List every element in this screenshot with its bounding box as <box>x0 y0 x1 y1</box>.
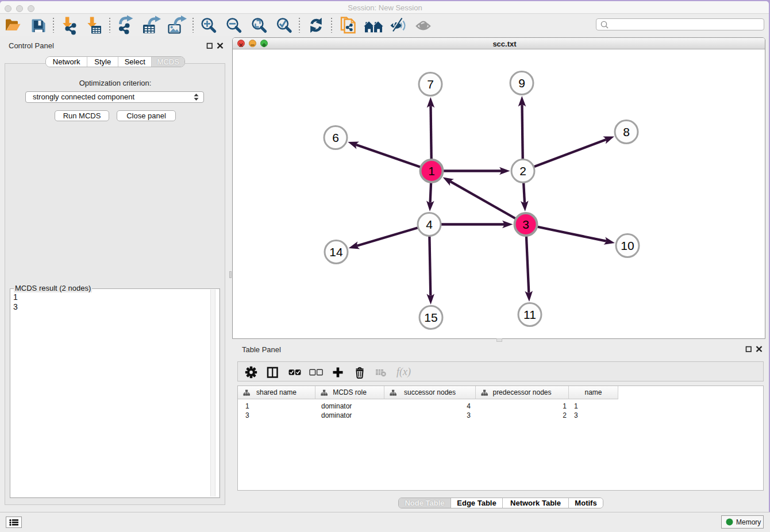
svg-text:8: 8 <box>623 125 630 138</box>
svg-text:3: 3 <box>522 218 529 231</box>
svg-text:7: 7 <box>427 78 434 91</box>
svg-text:6: 6 <box>332 131 339 144</box>
svg-text:11: 11 <box>523 308 536 321</box>
svg-text:9: 9 <box>518 76 525 90</box>
svg-text:10: 10 <box>621 239 634 252</box>
svg-text:1: 1 <box>428 164 435 178</box>
svg-text:15: 15 <box>424 311 437 324</box>
svg-text:4: 4 <box>426 218 433 231</box>
svg-text:2: 2 <box>519 164 526 178</box>
svg-text:14: 14 <box>329 245 343 259</box>
